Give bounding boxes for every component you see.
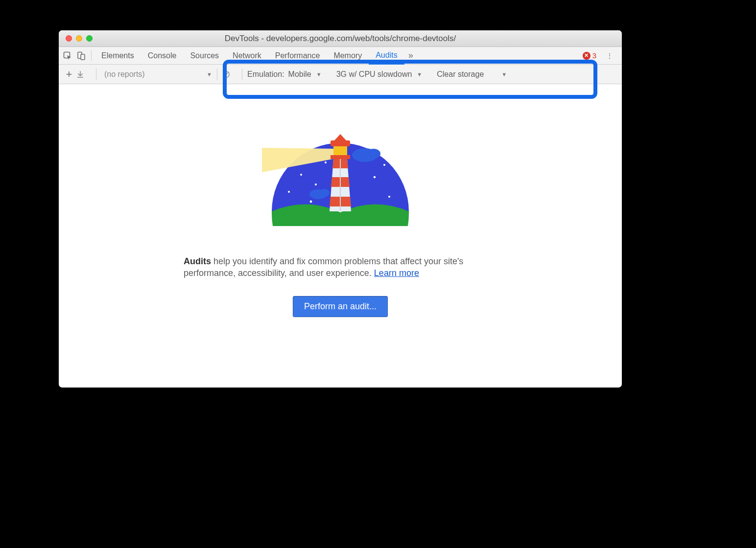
- desc-text: help you identify and fix common problem…: [184, 256, 463, 278]
- new-audit-icon[interactable]: +: [62, 68, 76, 81]
- emulation-group: Emulation: Mobile ▼ 3G w/ CPU slowdown ▼…: [247, 70, 507, 79]
- svg-point-5: [300, 174, 302, 176]
- error-count: 3: [592, 51, 596, 60]
- tabs-overflow-icon[interactable]: »: [404, 50, 417, 61]
- divider: [217, 68, 217, 80]
- tab-sources[interactable]: Sources: [183, 47, 226, 65]
- inspect-icon[interactable]: [61, 51, 74, 60]
- svg-point-6: [310, 201, 312, 203]
- devtools-window: DevTools - developers.google.com/web/too…: [59, 30, 622, 388]
- audits-landing: Audits help you identify and fix common …: [59, 84, 622, 388]
- emulation-label: Emulation:: [247, 70, 284, 79]
- tab-memory[interactable]: Memory: [327, 47, 369, 65]
- devtools-tabs: Elements Console Sources Network Perform…: [59, 47, 622, 65]
- svg-point-9: [374, 176, 376, 178]
- error-icon: ✕: [583, 52, 591, 60]
- emulation-dropdown[interactable]: Mobile ▼: [288, 70, 322, 79]
- svg-marker-20: [334, 134, 346, 140]
- audits-toolbar: + (no reports) ▼ Emulation: Mobile ▼ 3G …: [59, 65, 622, 84]
- svg-point-4: [288, 191, 290, 193]
- audits-description: Audits help you identify and fix common …: [184, 255, 497, 279]
- chevron-down-icon: ▼: [316, 71, 322, 77]
- chevron-down-icon: ▼: [501, 71, 507, 77]
- throttle-value: 3G w/ CPU slowdown: [336, 70, 412, 79]
- svg-point-16: [367, 149, 380, 159]
- svg-point-18: [320, 189, 330, 197]
- svg-rect-21: [333, 146, 347, 155]
- device-toggle-icon[interactable]: [74, 51, 88, 60]
- titlebar: DevTools - developers.google.com/web/too…: [59, 30, 622, 47]
- tab-elements[interactable]: Elements: [94, 47, 141, 65]
- tab-network[interactable]: Network: [226, 47, 268, 65]
- svg-point-7: [325, 161, 327, 163]
- reports-label: (no reports): [104, 70, 145, 79]
- download-icon[interactable]: [76, 70, 91, 78]
- tab-console[interactable]: Console: [141, 47, 184, 65]
- learn-more-link[interactable]: Learn more: [374, 268, 419, 278]
- svg-point-12: [383, 164, 385, 166]
- more-menu-icon[interactable]: ⋮: [600, 52, 620, 60]
- storage-dropdown[interactable]: Clear storage ▼: [437, 70, 507, 79]
- svg-rect-22: [331, 155, 350, 159]
- chevron-down-icon: ▼: [207, 71, 212, 77]
- chevron-down-icon: ▼: [417, 71, 422, 77]
- error-badge[interactable]: ✕ 3: [579, 51, 600, 60]
- svg-rect-19: [331, 140, 350, 146]
- svg-point-13: [315, 183, 317, 185]
- emulation-value: Mobile: [288, 70, 311, 79]
- tab-performance[interactable]: Performance: [268, 47, 327, 65]
- divider: [242, 68, 242, 80]
- divider: [91, 50, 92, 61]
- desc-bold: Audits: [184, 256, 211, 266]
- perform-audit-button[interactable]: Perform an audit...: [293, 296, 388, 317]
- clear-icon[interactable]: [222, 70, 237, 78]
- svg-rect-2: [81, 54, 85, 60]
- window-title: DevTools - developers.google.com/web/too…: [59, 34, 622, 44]
- reports-dropdown[interactable]: (no reports) ▼: [104, 70, 212, 79]
- storage-value: Clear storage: [437, 70, 484, 79]
- tab-audits[interactable]: Audits: [369, 47, 404, 65]
- svg-point-10: [388, 196, 390, 198]
- throttle-dropdown[interactable]: 3G w/ CPU slowdown ▼: [336, 70, 423, 79]
- lighthouse-illustration: [262, 128, 419, 226]
- divider: [96, 68, 96, 80]
